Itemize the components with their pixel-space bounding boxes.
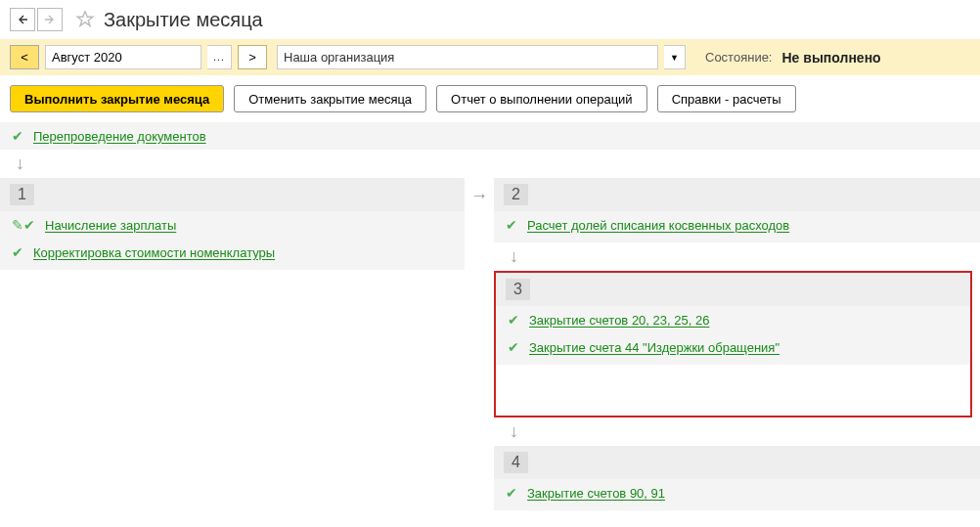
repost-link[interactable]: Перепроведение документов	[33, 129, 206, 144]
stage-2-num: 2	[504, 184, 528, 205]
close-90-link[interactable]: Закрытие счетов 90, 91	[527, 486, 665, 501]
stage-1-num: 1	[10, 184, 34, 205]
columns: 1 ✎✔ Начисление зарплаты ✔ Корректировка…	[0, 178, 980, 510]
close-20-row: ✔ Закрытие счетов 20, 23, 25, 26	[496, 306, 970, 333]
arrow-right-icon	[44, 14, 56, 25]
column-right: 2 ✔ Расчет долей списания косвенных расх…	[494, 178, 980, 510]
period-bar: < ... > Наша организация ▼ Состояние: Не…	[0, 39, 980, 75]
check-icon: ✔	[12, 128, 23, 144]
stage-4-header: 4	[494, 446, 980, 479]
close-20-link[interactable]: Закрытие счетов 20, 23, 25, 26	[529, 313, 709, 328]
down-arrow-icon: ↓	[494, 417, 980, 446]
stage-2-header: 2	[494, 178, 980, 211]
stage-1-body: ✎✔ Начисление зарплаты ✔ Корректировка с…	[0, 211, 465, 270]
stage-3-highlight: 3 ✔ Закрытие счетов 20, 23, 25, 26 ✔ Зак…	[494, 271, 972, 417]
state-label: Состояние:	[705, 50, 772, 65]
back-button[interactable]	[10, 8, 35, 31]
org-select[interactable]: Наша организация	[277, 45, 658, 69]
stage-1-header: 1	[0, 178, 465, 211]
stage-2-body: ✔ Расчет долей списания косвенных расход…	[494, 211, 980, 242]
check-icon: ✔	[508, 339, 519, 355]
right-arrow-icon: →	[465, 178, 494, 206]
toolbar: Выполнить закрытие месяца Отменить закры…	[0, 75, 980, 122]
period-picker-button[interactable]: ...	[207, 45, 232, 69]
down-arrow-icon: ↓	[494, 242, 980, 271]
repost-row: ✔ Перепроведение документов	[0, 122, 980, 150]
cancel-close-button[interactable]: Отменить закрытие месяца	[234, 85, 426, 112]
stage-4-body: ✔ Закрытие счетов 90, 91	[494, 479, 980, 510]
cost-adj-row: ✔ Корректировка стоимости номенклатуры	[0, 239, 465, 266]
payroll-row: ✎✔ Начисление зарплаты	[0, 211, 465, 239]
column-right-wrap: → 2 ✔ Расчет долей списания косвенных ра…	[465, 178, 980, 510]
state-value: Не выполнено	[781, 50, 880, 66]
page-title: Закрытие месяца	[104, 9, 263, 31]
org-dropdown-button[interactable]: ▼	[664, 45, 686, 69]
pencil-check-icon: ✎✔	[12, 217, 35, 233]
period-prev-button[interactable]: <	[10, 45, 39, 69]
check-icon: ✔	[506, 485, 517, 501]
org-select-value: Наша организация	[284, 50, 394, 65]
close-44-row: ✔ Закрытие счета 44 "Издержки обращения"	[496, 333, 970, 361]
stage-4-num: 4	[504, 452, 528, 473]
report-button[interactable]: Отчет о выполнении операций	[436, 85, 647, 112]
stage-3-num: 3	[506, 279, 530, 300]
period-next-button[interactable]: >	[238, 45, 267, 69]
indirect-link[interactable]: Расчет долей списания косвенных расходов	[527, 218, 789, 233]
cost-adj-link[interactable]: Корректировка стоимости номенклатуры	[33, 245, 275, 260]
period-input[interactable]	[45, 45, 201, 69]
down-arrow-icon: ↓	[0, 150, 980, 178]
indirect-row: ✔ Расчет долей списания косвенных расход…	[494, 211, 980, 239]
close-44-link[interactable]: Закрытие счета 44 "Издержки обращения"	[529, 340, 780, 355]
stage-3-header: 3	[496, 273, 970, 306]
payroll-link[interactable]: Начисление зарплаты	[45, 218, 176, 233]
column-left: 1 ✎✔ Начисление зарплаты ✔ Корректировка…	[0, 178, 465, 270]
favorite-star-icon[interactable]	[74, 9, 96, 30]
stage-3-body: ✔ Закрытие счетов 20, 23, 25, 26 ✔ Закры…	[496, 306, 970, 365]
execute-button[interactable]: Выполнить закрытие месяца	[10, 85, 224, 112]
refs-button[interactable]: Справки - расчеты	[657, 85, 796, 112]
check-icon: ✔	[12, 244, 23, 260]
titlebar: Закрытие месяца	[0, 0, 980, 39]
forward-button[interactable]	[37, 8, 63, 31]
close-90-row: ✔ Закрытие счетов 90, 91	[494, 479, 980, 506]
check-icon: ✔	[508, 312, 519, 328]
arrow-left-icon	[17, 14, 28, 25]
check-icon: ✔	[506, 217, 517, 233]
